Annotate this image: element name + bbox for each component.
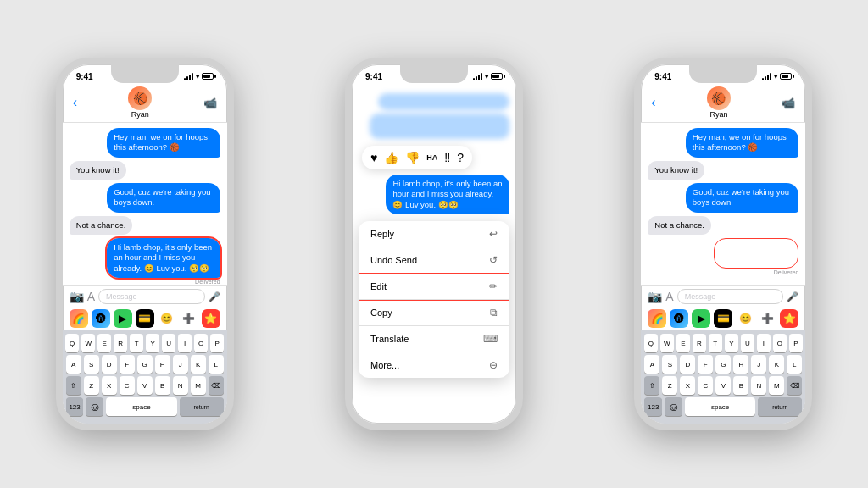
reaction-ha[interactable]: HA bbox=[426, 153, 437, 162]
video-button-right[interactable]: 📹 bbox=[782, 97, 795, 109]
r-app-icon-more[interactable]: ➕ bbox=[758, 309, 776, 328]
r-key-g[interactable]: G bbox=[715, 355, 731, 374]
r-key-m[interactable]: M bbox=[769, 376, 784, 395]
key-e[interactable]: E bbox=[97, 334, 111, 352]
back-button-left[interactable]: ‹ bbox=[73, 95, 77, 110]
r-key-c[interactable]: C bbox=[698, 376, 713, 395]
reaction-heart[interactable]: ♥ bbox=[370, 151, 377, 164]
r-key-space[interactable]: space bbox=[685, 397, 755, 416]
r-recv-bubble-1[interactable]: You know it! bbox=[648, 161, 704, 180]
r-key-a[interactable]: A bbox=[644, 355, 659, 374]
key-u[interactable]: U bbox=[162, 334, 175, 352]
mic-icon-right[interactable]: 🎤 bbox=[787, 291, 798, 302]
r-app-icon-stickers[interactable]: ⭐ bbox=[780, 309, 798, 328]
context-translate[interactable]: Translate ⌨ bbox=[359, 326, 509, 352]
context-reply[interactable]: Reply ↩ bbox=[359, 221, 509, 247]
app-icon-stickers[interactable]: ⭐ bbox=[202, 309, 220, 328]
key-l[interactable]: L bbox=[209, 355, 224, 374]
r-key-k[interactable]: K bbox=[769, 355, 784, 374]
app-icon-music[interactable]: ▶ bbox=[114, 309, 132, 328]
key-r[interactable]: R bbox=[114, 334, 127, 352]
r-key-r[interactable]: R bbox=[693, 334, 706, 352]
r-key-z[interactable]: Z bbox=[662, 376, 677, 395]
key-return[interactable]: return bbox=[180, 397, 224, 416]
r-key-f[interactable]: F bbox=[698, 355, 713, 374]
r-key-o[interactable]: O bbox=[773, 334, 787, 352]
key-p[interactable]: P bbox=[210, 334, 224, 352]
key-space[interactable]: space bbox=[106, 397, 176, 416]
sent-bubble-2[interactable]: Good, cuz we're taking you boys down. bbox=[107, 183, 220, 213]
r-key-u[interactable]: U bbox=[741, 334, 754, 352]
r-empty-bubble[interactable] bbox=[714, 238, 798, 269]
key-i[interactable]: I bbox=[178, 334, 192, 352]
app-icon-more[interactable]: ➕ bbox=[180, 309, 198, 328]
key-w[interactable]: W bbox=[81, 334, 95, 352]
r-key-s[interactable]: S bbox=[662, 355, 677, 374]
sent-bubble-1[interactable]: Hey man, we on for hoops this afternoon?… bbox=[107, 128, 220, 158]
video-button-left[interactable]: 📹 bbox=[203, 97, 217, 109]
recv-bubble-1[interactable]: You know it! bbox=[70, 161, 126, 180]
r-key-t[interactable]: T bbox=[709, 334, 722, 352]
key-m[interactable]: M bbox=[191, 376, 206, 395]
app-icon-appstore[interactable]: 🅐 bbox=[92, 309, 110, 328]
back-button-right[interactable]: ‹ bbox=[651, 95, 655, 110]
key-a[interactable]: A bbox=[66, 355, 81, 374]
key-b[interactable]: B bbox=[155, 376, 170, 395]
key-z[interactable]: Z bbox=[84, 376, 99, 395]
r-recv-bubble-2[interactable]: Not a chance. bbox=[648, 216, 711, 235]
r-app-icon-cash[interactable]: 💳 bbox=[714, 309, 732, 328]
key-shift[interactable]: ⇧ bbox=[66, 376, 81, 395]
recv-bubble-2[interactable]: Not a chance. bbox=[70, 216, 133, 235]
sent-bubble-3[interactable]: Hi lamb chop, it's only been an hour and… bbox=[107, 238, 220, 278]
key-123[interactable]: 123 bbox=[66, 397, 84, 416]
reaction-thumbsdown[interactable]: 👎 bbox=[405, 151, 420, 164]
r-app-icon-music[interactable]: ▶ bbox=[692, 309, 710, 328]
key-emoji[interactable]: ☺ bbox=[86, 397, 103, 416]
app-icon-cash[interactable]: 💳 bbox=[136, 309, 154, 328]
key-x[interactable]: X bbox=[102, 376, 117, 395]
context-copy[interactable]: Copy ⧉ bbox=[359, 300, 509, 326]
r-sent-bubble-1[interactable]: Hey man, we on for hoops this afternoon?… bbox=[686, 128, 799, 158]
text-icon-right[interactable]: A bbox=[665, 290, 673, 303]
key-q[interactable]: Q bbox=[65, 334, 79, 352]
key-j[interactable]: J bbox=[173, 355, 188, 374]
r-key-y[interactable]: Y bbox=[725, 334, 738, 352]
key-f[interactable]: F bbox=[120, 355, 135, 374]
r-key-emoji[interactable]: ☺ bbox=[665, 397, 682, 416]
r-key-i[interactable]: I bbox=[757, 334, 771, 352]
key-d[interactable]: D bbox=[102, 355, 117, 374]
r-key-shift[interactable]: ⇧ bbox=[644, 376, 659, 395]
key-y[interactable]: Y bbox=[146, 334, 159, 352]
key-v[interactable]: V bbox=[137, 376, 153, 395]
r-key-j[interactable]: J bbox=[751, 355, 766, 374]
key-c[interactable]: C bbox=[120, 376, 135, 395]
app-icon-photos[interactable]: 🌈 bbox=[70, 309, 88, 328]
key-delete[interactable]: ⌫ bbox=[209, 376, 224, 395]
text-icon-left[interactable]: A bbox=[87, 290, 95, 303]
r-key-l[interactable]: L bbox=[787, 355, 802, 374]
key-t[interactable]: T bbox=[130, 334, 143, 352]
r-key-h[interactable]: H bbox=[733, 355, 748, 374]
mic-icon-left[interactable]: 🎤 bbox=[209, 291, 220, 302]
camera-icon-right[interactable]: 📷 bbox=[648, 290, 662, 303]
reaction-exclaim[interactable]: ‼ bbox=[444, 151, 450, 164]
key-g[interactable]: G bbox=[137, 355, 153, 374]
context-undo[interactable]: Undo Send ↺ bbox=[359, 247, 509, 274]
key-h[interactable]: H bbox=[155, 355, 170, 374]
r-key-x[interactable]: X bbox=[680, 376, 695, 395]
key-o[interactable]: O bbox=[194, 334, 208, 352]
message-input-left[interactable]: Message bbox=[98, 289, 205, 304]
r-key-123[interactable]: 123 bbox=[644, 397, 662, 416]
reaction-thumbsup[interactable]: 👍 bbox=[384, 151, 398, 164]
key-s[interactable]: S bbox=[84, 355, 99, 374]
highlighted-bubble-middle[interactable]: Hi lamb chop, it's only been an hour and… bbox=[386, 175, 509, 214]
context-more[interactable]: More... ⊖ bbox=[359, 352, 509, 378]
r-key-v[interactable]: V bbox=[715, 376, 731, 395]
r-key-q[interactable]: Q bbox=[644, 334, 658, 352]
r-key-delete[interactable]: ⌫ bbox=[787, 376, 802, 395]
message-input-right[interactable]: Message bbox=[677, 289, 784, 304]
r-key-b[interactable]: B bbox=[733, 376, 748, 395]
r-app-icon-photos[interactable]: 🌈 bbox=[648, 309, 666, 328]
key-n[interactable]: N bbox=[173, 376, 188, 395]
r-key-w[interactable]: W bbox=[660, 334, 674, 352]
